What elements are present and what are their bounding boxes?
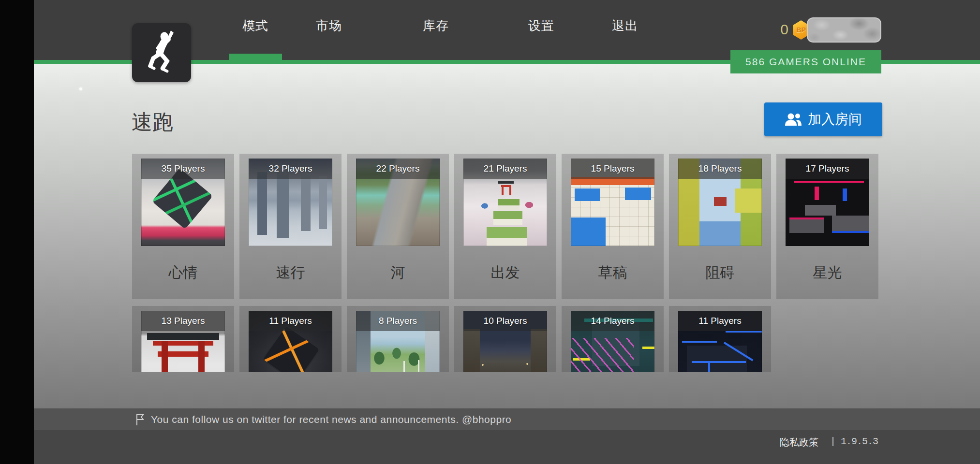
bp-badge-label: BP bbox=[796, 26, 805, 34]
map-thumbnail: 8 Players bbox=[356, 311, 440, 372]
ticker-message: You can follow us on twitter for recent … bbox=[151, 414, 511, 425]
player-count-badge: 10 Players bbox=[463, 311, 547, 331]
map-name: 草稿 bbox=[562, 263, 664, 283]
map-name: 星光 bbox=[776, 263, 878, 283]
map-thumbnail: 35 Players bbox=[141, 159, 225, 246]
map-name: 阻碍 bbox=[669, 263, 771, 283]
map-thumbnail: 17 Players bbox=[786, 159, 869, 246]
join-room-label: 加入房间 bbox=[808, 110, 862, 129]
map-thumbnail: 15 Players bbox=[571, 159, 654, 246]
map-card[interactable]: 13 Players bbox=[132, 306, 234, 372]
map-card[interactable]: 10 Players bbox=[454, 306, 556, 372]
map-name: 出发 bbox=[454, 263, 556, 283]
map-thumbnail: 13 Players bbox=[141, 311, 225, 372]
player-count-badge: 11 Players bbox=[249, 311, 332, 331]
join-room-button[interactable]: 加入房间 bbox=[764, 102, 882, 136]
privacy-policy-link[interactable]: 隐私政策 bbox=[780, 436, 818, 449]
player-name-plate[interactable] bbox=[807, 17, 881, 43]
map-name: 心情 bbox=[132, 263, 234, 283]
map-thumbnail: 21 Players bbox=[463, 159, 547, 246]
player-count-badge: 15 Players bbox=[571, 159, 654, 179]
player-count-badge: 14 Players bbox=[571, 311, 654, 331]
map-card[interactable]: 14 Players bbox=[562, 306, 664, 372]
map-card-grid: 35 Players 心情 32 Players 速行 22 Players 河… bbox=[34, 154, 980, 372]
bp-currency-count: 0 bbox=[766, 21, 788, 38]
player-count-badge: 13 Players bbox=[141, 311, 225, 331]
specular-dot bbox=[79, 87, 82, 90]
tab-exit[interactable]: 退出 bbox=[612, 17, 638, 34]
active-tab-indicator bbox=[229, 54, 282, 60]
news-ticker-bar: You can follow us on twitter for recent … bbox=[34, 408, 980, 430]
map-name: 速行 bbox=[239, 263, 342, 283]
tab-settings[interactable]: 设置 bbox=[528, 17, 554, 34]
map-card[interactable]: 8 Players bbox=[347, 306, 449, 372]
player-count-badge: 35 Players bbox=[141, 159, 225, 179]
game-lobby-screen: 模式 市场 库存 设置 退出 0 BP bbox=[0, 0, 980, 464]
app-logo bbox=[132, 23, 191, 82]
jumping-player-icon bbox=[138, 29, 185, 76]
player-count-badge: 22 Players bbox=[356, 159, 440, 179]
map-card[interactable]: 11 Players bbox=[669, 306, 771, 372]
player-count-badge: 17 Players bbox=[786, 159, 869, 179]
player-count-badge: 8 Players bbox=[356, 311, 440, 331]
map-thumbnail: 14 Players bbox=[571, 311, 654, 372]
player-count-badge: 21 Players bbox=[463, 159, 547, 179]
player-count-badge: 32 Players bbox=[249, 159, 332, 179]
tab-inventory[interactable]: 库存 bbox=[423, 17, 449, 34]
map-thumbnail: 11 Players bbox=[249, 311, 332, 372]
map-card-suxing[interactable]: 32 Players 速行 bbox=[239, 154, 342, 299]
map-thumbnail: 32 Players bbox=[249, 159, 332, 246]
map-card-he[interactable]: 22 Players 河 bbox=[347, 154, 449, 299]
app-version: | 1.9.5.3 bbox=[830, 436, 878, 447]
map-card-xingguang[interactable]: 17 Players 星光 bbox=[776, 154, 878, 299]
map-card-xinqing[interactable]: 35 Players 心情 bbox=[132, 154, 234, 299]
map-thumbnail: 11 Players bbox=[678, 311, 762, 372]
screen-notch-bar bbox=[0, 0, 34, 464]
tab-market[interactable]: 市场 bbox=[316, 17, 342, 34]
bottom-footer-bar: 隐私政策 | 1.9.5.3 bbox=[34, 430, 980, 464]
page-title: 速跑 bbox=[132, 108, 173, 136]
map-card[interactable]: 11 Players bbox=[239, 306, 342, 372]
gamers-online-banner: 586 GAMERS ONLINE bbox=[730, 50, 881, 73]
map-thumbnail: 18 Players bbox=[678, 159, 762, 246]
map-card-zuai[interactable]: 18 Players 阻碍 bbox=[669, 154, 771, 299]
player-count-badge: 18 Players bbox=[678, 159, 762, 179]
map-card-caogao[interactable]: 15 Players 草稿 bbox=[562, 154, 664, 299]
player-count-badge: 11 Players bbox=[678, 311, 762, 331]
flag-icon bbox=[135, 413, 145, 426]
tab-modes[interactable]: 模式 bbox=[242, 17, 268, 34]
map-thumbnail: 22 Players bbox=[356, 159, 440, 246]
map-thumbnail: 10 Players bbox=[463, 311, 547, 372]
people-icon bbox=[785, 113, 802, 126]
map-card-chufa[interactable]: 21 Players 出发 bbox=[454, 154, 556, 299]
map-name: 河 bbox=[347, 263, 449, 283]
